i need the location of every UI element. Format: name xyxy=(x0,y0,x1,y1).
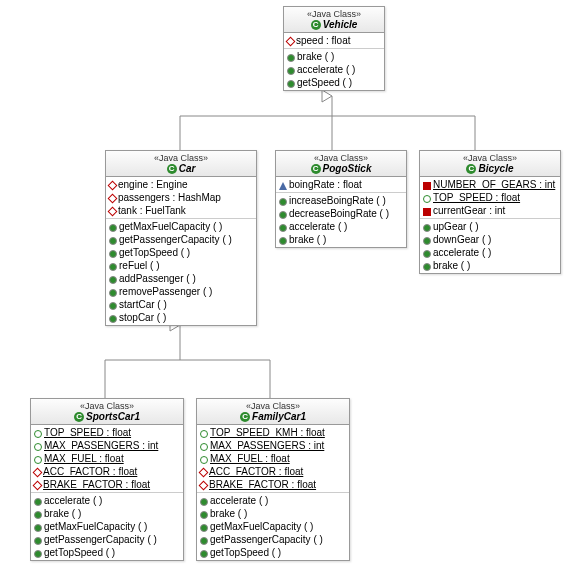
visibility-icon xyxy=(279,182,287,190)
class-vehicle: «Java Class» CVehicle speed : float brak… xyxy=(283,6,385,91)
ops: getMaxFuelCapacity ( )getPassengerCapaci… xyxy=(106,219,256,325)
visibility-icon xyxy=(200,524,208,532)
member-row: speed : float xyxy=(287,34,381,47)
member-text: removePassenger ( ) xyxy=(119,286,212,297)
visibility-icon xyxy=(34,524,42,532)
visibility-icon xyxy=(200,498,208,506)
class-icon: C xyxy=(74,412,84,422)
member-text: TOP_SPEED_KMH : float xyxy=(210,427,325,438)
class-name-text: PogoStick xyxy=(323,163,372,174)
member-row: getPassengerCapacity ( ) xyxy=(34,533,180,546)
member-row: MAX_PASSENGERS : int xyxy=(34,439,180,452)
member-row: MAX_FUEL : float xyxy=(200,452,346,465)
member-row: currentGear : int xyxy=(423,204,557,217)
class-icon: C xyxy=(466,164,476,174)
visibility-icon xyxy=(34,430,42,438)
member-row: brake ( ) xyxy=(34,507,180,520)
member-text: increaseBoingRate ( ) xyxy=(289,195,386,206)
member-row: BRAKE_FACTOR : float xyxy=(200,478,346,491)
class-name-text: Bicycle xyxy=(478,163,513,174)
visibility-icon xyxy=(109,224,117,232)
visibility-icon xyxy=(109,263,117,271)
stereotype: «Java Class» xyxy=(290,9,378,19)
visibility-icon xyxy=(109,237,117,245)
member-text: accelerate ( ) xyxy=(210,495,268,506)
member-text: downGear ( ) xyxy=(433,234,491,245)
member-row: engine : Engine xyxy=(109,178,253,191)
member-text: stopCar ( ) xyxy=(119,312,166,323)
member-row: NUMBER_OF_GEARS : int xyxy=(423,178,557,191)
visibility-icon xyxy=(279,198,287,206)
visibility-icon xyxy=(34,511,42,519)
member-row: getMaxFuelCapacity ( ) xyxy=(200,520,346,533)
ops: accelerate ( )brake ( )getMaxFuelCapacit… xyxy=(197,493,349,560)
member-text: MAX_FUEL : float xyxy=(210,453,290,464)
member-row: getTopSpeed ( ) xyxy=(34,546,180,559)
attrs: engine : Enginepassengers : HashMaptank … xyxy=(106,177,256,219)
class-name: CFamilyCar1 xyxy=(203,411,343,422)
visibility-icon xyxy=(109,315,117,323)
visibility-icon xyxy=(109,276,117,284)
member-text: currentGear : int xyxy=(433,205,505,216)
member-text: MAX_FUEL : float xyxy=(44,453,124,464)
member-row: accelerate ( ) xyxy=(279,220,403,233)
visibility-icon xyxy=(423,182,431,190)
member-text: getPassengerCapacity ( ) xyxy=(119,234,232,245)
member-text: ACC_FACTOR : float xyxy=(209,466,303,477)
stereotype: «Java Class» xyxy=(203,401,343,411)
member-row: getTopSpeed ( ) xyxy=(109,246,253,259)
visibility-icon xyxy=(279,237,287,245)
class-header: «Java Class» CPogoStick xyxy=(276,151,406,177)
member-text: BRAKE_FACTOR : float xyxy=(43,479,150,490)
class-icon: C xyxy=(311,20,321,30)
visibility-icon xyxy=(34,443,42,451)
member-text: brake ( ) xyxy=(289,234,326,245)
class-header: «Java Class» CSportsCar1 xyxy=(31,399,183,425)
member-text: TOP_SPEED : float xyxy=(44,427,131,438)
member-text: getPassengerCapacity ( ) xyxy=(44,534,157,545)
member-row: BRAKE_FACTOR : float xyxy=(34,478,180,491)
visibility-icon xyxy=(34,550,42,558)
member-text: BRAKE_FACTOR : float xyxy=(209,479,316,490)
ops: upGear ( )downGear ( )accelerate ( )brak… xyxy=(420,219,560,273)
class-name: CPogoStick xyxy=(282,163,400,174)
member-row: accelerate ( ) xyxy=(34,494,180,507)
visibility-icon xyxy=(200,550,208,558)
visibility-icon xyxy=(200,511,208,519)
visibility-icon xyxy=(109,250,117,258)
stereotype: «Java Class» xyxy=(282,153,400,163)
class-name: CBicycle xyxy=(426,163,554,174)
member-text: passengers : HashMap xyxy=(118,192,221,203)
member-row: brake ( ) xyxy=(279,233,403,246)
visibility-icon xyxy=(287,80,295,88)
member-row: getPassengerCapacity ( ) xyxy=(109,233,253,246)
member-row: accelerate ( ) xyxy=(200,494,346,507)
class-header: «Java Class» CBicycle xyxy=(420,151,560,177)
class-icon: C xyxy=(311,164,321,174)
member-text: getTopSpeed ( ) xyxy=(119,247,190,258)
visibility-icon xyxy=(423,237,431,245)
member-text: getTopSpeed ( ) xyxy=(44,547,115,558)
visibility-icon xyxy=(423,224,431,232)
visibility-icon xyxy=(200,443,208,451)
member-row: brake ( ) xyxy=(200,507,346,520)
class-header: «Java Class» CCar xyxy=(106,151,256,177)
member-text: startCar ( ) xyxy=(119,299,167,310)
visibility-icon xyxy=(287,54,295,62)
visibility-icon xyxy=(423,208,431,216)
attrs: TOP_SPEED_KMH : floatMAX_PASSENGERS : in… xyxy=(197,425,349,493)
member-text: MAX_PASSENGERS : int xyxy=(210,440,324,451)
member-row: ACC_FACTOR : float xyxy=(200,465,346,478)
stereotype: «Java Class» xyxy=(426,153,554,163)
visibility-icon xyxy=(423,195,431,203)
attrs: TOP_SPEED : floatMAX_PASSENGERS : intMAX… xyxy=(31,425,183,493)
member-row: ACC_FACTOR : float xyxy=(34,465,180,478)
class-icon: C xyxy=(240,412,250,422)
attrs: NUMBER_OF_GEARS : intTOP_SPEED : floatcu… xyxy=(420,177,560,219)
member-text: engine : Engine xyxy=(118,179,188,190)
class-name-text: SportsCar1 xyxy=(86,411,140,422)
visibility-icon xyxy=(200,430,208,438)
visibility-icon xyxy=(423,250,431,258)
member-row: getMaxFuelCapacity ( ) xyxy=(34,520,180,533)
visibility-icon xyxy=(108,181,118,191)
